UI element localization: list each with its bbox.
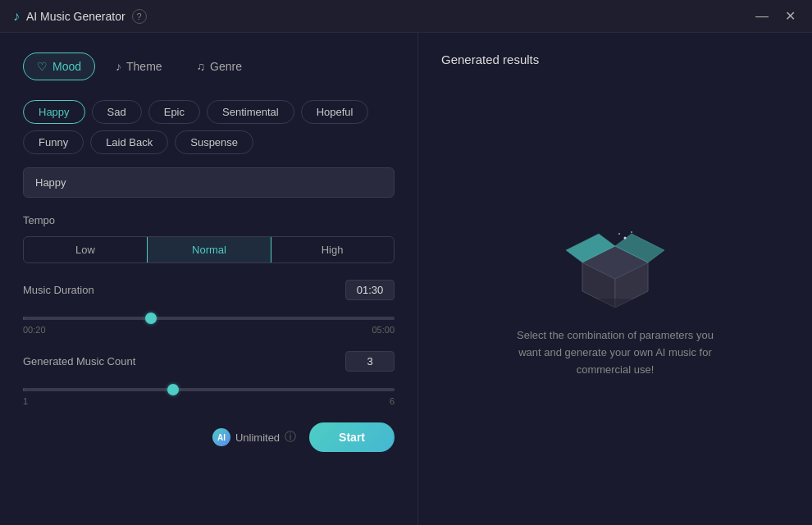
left-panel: ♡ Mood ♪ Theme ♫ Genre Happy Sad Epic Se… (0, 33, 418, 525)
tab-mood-label: Mood (52, 60, 81, 73)
music-duration-slider[interactable] (23, 317, 395, 320)
generated-count-slider[interactable] (23, 388, 395, 391)
genre-tab-icon: ♫ (197, 60, 206, 73)
unlimited-badge: AI Unlimited ⓘ (212, 428, 296, 446)
unlimited-info-icon[interactable]: ⓘ (285, 430, 296, 445)
start-button[interactable]: Start (309, 422, 395, 452)
minimize-button[interactable]: — (752, 7, 772, 26)
app-body: ♡ Mood ♪ Theme ♫ Genre Happy Sad Epic Se… (0, 33, 812, 525)
tempo-buttons: Low Normal High (23, 236, 395, 263)
window-controls: — ✕ (752, 7, 799, 26)
app-title: AI Music Generator (26, 10, 125, 23)
tempo-label: Tempo (23, 214, 395, 226)
music-duration-slider-container: 00:20 05:00 (23, 308, 395, 335)
bottom-row: AI Unlimited ⓘ Start (23, 422, 395, 452)
unlimited-label: Unlimited (235, 431, 280, 444)
music-duration-label: Music Duration (23, 284, 94, 296)
tab-mood[interactable]: ♡ Mood (23, 52, 95, 80)
generated-count-section: Generated Music Count 3 1 6 (23, 351, 395, 406)
duration-min-label: 00:20 (23, 325, 46, 335)
theme-tab-icon: ♪ (116, 60, 121, 73)
close-button[interactable]: ✕ (782, 7, 799, 26)
generated-count-value: 3 (345, 351, 395, 372)
selected-mood-value: Happy (35, 176, 66, 189)
title-bar-left: ♪ AI Music Generator ? (13, 9, 147, 24)
generated-count-label: Generated Music Count (23, 355, 135, 368)
mood-suspense[interactable]: Suspense (175, 130, 253, 154)
selected-mood-display: Happy (23, 167, 395, 198)
music-duration-range-labels: 00:20 05:00 (23, 325, 395, 335)
mood-sentimental[interactable]: Sentimental (207, 100, 294, 124)
mood-tab-icon: ♡ (37, 60, 48, 73)
music-duration-header: Music Duration 01:30 (23, 280, 395, 300)
count-min-label: 1 (23, 396, 28, 406)
svg-point-9 (582, 299, 648, 308)
music-duration-section: Music Duration 01:30 00:20 05:00 (23, 280, 395, 335)
results-description: Select the combination of parameters you… (509, 327, 722, 378)
mood-laid-back[interactable]: Laid Back (90, 130, 168, 154)
svg-point-7 (631, 231, 632, 233)
generated-count-range-labels: 1 6 (23, 396, 395, 406)
mood-hopeful[interactable]: Hopeful (301, 100, 369, 124)
mood-epic[interactable]: Epic (148, 100, 200, 124)
right-panel: Generated results Select the comb (418, 33, 812, 525)
tempo-normal[interactable]: Normal (147, 236, 271, 263)
music-duration-value: 01:30 (345, 280, 395, 300)
tab-theme[interactable]: ♪ Theme (102, 52, 176, 80)
results-content: Select the combination of parameters you… (441, 99, 789, 505)
title-bar: ♪ AI Music Generator ? — ✕ (0, 0, 812, 33)
tab-theme-label: Theme (126, 60, 162, 73)
mood-funny[interactable]: Funny (23, 130, 84, 154)
count-max-label: 6 (390, 396, 395, 406)
generated-count-header: Generated Music Count 3 (23, 351, 395, 372)
svg-point-6 (624, 237, 627, 240)
tab-genre-label: Genre (210, 60, 242, 73)
svg-point-8 (618, 233, 620, 235)
mood-sad[interactable]: Sad (92, 100, 142, 124)
tempo-low[interactable]: Low (24, 237, 148, 262)
tabs: ♡ Mood ♪ Theme ♫ Genre (23, 52, 395, 80)
help-icon[interactable]: ? (132, 9, 147, 24)
tab-genre[interactable]: ♫ Genre (183, 52, 256, 80)
mood-grid: Happy Sad Epic Sentimental Hopeful Funny… (23, 100, 395, 154)
unlimited-ai-icon: AI (212, 428, 230, 446)
duration-max-label: 05:00 (372, 325, 395, 335)
app-icon: ♪ (13, 9, 20, 24)
results-title: Generated results (441, 52, 789, 66)
tempo-high[interactable]: High (271, 237, 394, 262)
generated-count-slider-container: 1 6 (23, 380, 395, 406)
mood-happy[interactable]: Happy (23, 100, 85, 124)
box-illustration (566, 226, 664, 308)
